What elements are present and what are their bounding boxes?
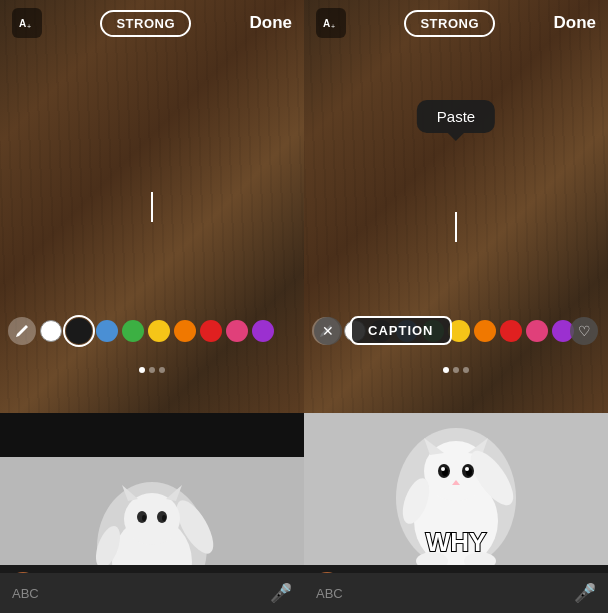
svg-point-7 — [124, 493, 180, 545]
right-editor-area: A + STRONG Done Paste — [304, 0, 608, 413]
svg-point-34 — [465, 467, 469, 471]
text-size-button-left[interactable]: A + — [12, 8, 42, 38]
caption-action-row: ✕ CAPTION ♡ — [304, 308, 608, 353]
left-top-bar: A + STRONG Done — [0, 0, 304, 46]
style-button-right[interactable]: STRONG — [404, 10, 495, 37]
color-orange-left[interactable] — [174, 320, 196, 342]
left-keyboard-hint: ABC 🎤 — [0, 573, 304, 613]
color-pink-left[interactable] — [226, 320, 248, 342]
text-cursor-left — [151, 192, 153, 222]
svg-text:WHY: WHY — [426, 527, 487, 557]
color-purple-left[interactable] — [252, 320, 274, 342]
left-panel: A + STRONG Done — [0, 0, 304, 613]
color-blue-left[interactable] — [96, 320, 118, 342]
color-green-left[interactable] — [122, 320, 144, 342]
color-yellow-left[interactable] — [148, 320, 170, 342]
rdot-1 — [443, 367, 449, 373]
right-keyboard-hint: ABC 🎤 — [304, 573, 608, 613]
style-button-left[interactable]: STRONG — [100, 10, 191, 37]
svg-point-13 — [162, 515, 166, 521]
color-black-left[interactable] — [66, 318, 92, 344]
left-color-palette — [0, 309, 304, 353]
done-button-left[interactable]: Done — [250, 13, 293, 33]
rdot-3 — [463, 367, 469, 373]
svg-text:+: + — [27, 23, 31, 30]
right-indicator-dots — [304, 367, 608, 373]
svg-point-12 — [142, 515, 146, 521]
color-white-left[interactable] — [40, 320, 62, 342]
dot-3 — [159, 367, 165, 373]
text-size-button-right[interactable]: A + — [316, 8, 346, 38]
left-abc-label: ABC — [12, 586, 39, 601]
done-button-right[interactable]: Done — [554, 13, 597, 33]
svg-text:A: A — [323, 18, 330, 29]
paste-popup[interactable]: Paste — [417, 100, 495, 133]
right-gif-image: WHY — [304, 413, 608, 565]
paste-label: Paste — [437, 108, 475, 125]
right-abc-label: ABC — [316, 586, 343, 601]
svg-text:A: A — [19, 18, 26, 29]
rdot-2 — [453, 367, 459, 373]
color-red-left[interactable] — [200, 320, 222, 342]
left-indicator-dots — [0, 367, 304, 373]
pencil-icon-left[interactable] — [8, 317, 36, 345]
right-mic-icon[interactable]: 🎤 — [574, 582, 596, 604]
dot-1 — [139, 367, 145, 373]
heart-button[interactable]: ♡ — [570, 317, 598, 345]
left-mic-icon[interactable]: 🎤 — [270, 582, 292, 604]
svg-point-33 — [441, 467, 445, 471]
caption-button[interactable]: CAPTION — [350, 316, 452, 345]
right-panel: A + STRONG Done Paste — [304, 0, 608, 613]
left-editor-area: A + STRONG Done — [0, 0, 304, 413]
close-button[interactable]: ✕ — [314, 317, 342, 345]
svg-text:+: + — [331, 23, 335, 30]
right-top-bar: A + STRONG Done — [304, 0, 608, 46]
text-cursor-right — [455, 212, 457, 242]
right-cat-svg: WHY — [304, 413, 608, 565]
dot-2 — [149, 367, 155, 373]
